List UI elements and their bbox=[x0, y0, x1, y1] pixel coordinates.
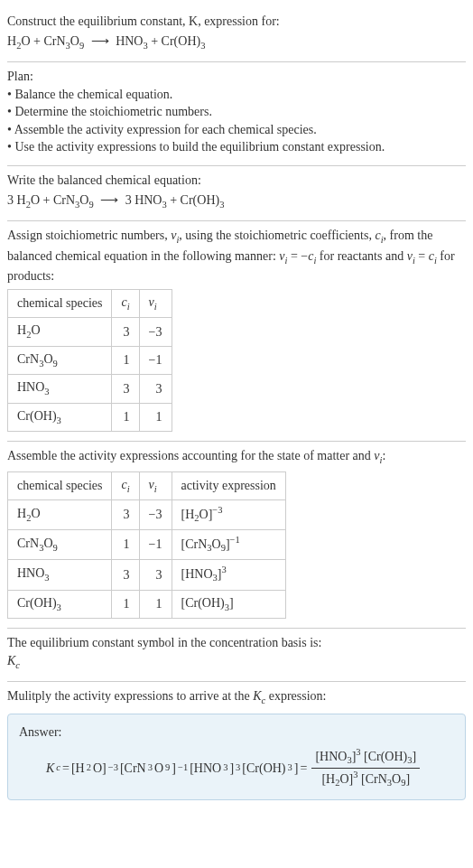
col-species: chemical species bbox=[8, 289, 112, 317]
unbalanced-equation: H2O + CrN3O9 ⟶ HNO3 + Cr(OH)3 bbox=[7, 33, 466, 52]
intro-section: Construct the equilibrium constant, K, e… bbox=[7, 7, 466, 62]
plan-title: Plan: bbox=[7, 68, 466, 86]
plan-section: Plan: • Balance the chemical equation. •… bbox=[7, 62, 466, 166]
fraction: [HNO3]3 [Cr(OH)3] [H2O]3 [CrN3O9] bbox=[311, 746, 420, 790]
kc-symbol: Kc bbox=[7, 652, 466, 672]
table-row: H2O 3 −3 bbox=[8, 318, 172, 346]
fraction-bottom: [H2O]3 [CrN3O9] bbox=[311, 769, 420, 790]
balanced-equation: 3 H2O + CrN3O9 ⟶ 3 HNO3 + Cr(OH)3 bbox=[7, 191, 466, 211]
stoich-section: Assign stoichiometric numbers, νi, using… bbox=[7, 221, 466, 442]
balanced-title: Write the balanced chemical equation: bbox=[7, 172, 466, 190]
table-row: Cr(OH)3 1 1 [Cr(OH)3] bbox=[8, 590, 286, 618]
kc-symbol-section: The equilibrium constant symbol in the c… bbox=[7, 629, 466, 682]
answer-label: Answer: bbox=[19, 723, 454, 742]
stoich-text: Assign stoichiometric numbers, νi, using… bbox=[7, 227, 466, 285]
plan-bullet: • Assemble the activity expression for e… bbox=[7, 121, 466, 139]
col-c: ci bbox=[112, 289, 139, 317]
activity-text: Assemble the activity expressions accoun… bbox=[7, 447, 466, 467]
activity-section: Assemble the activity expressions accoun… bbox=[7, 442, 466, 629]
table-row: HNO3 3 3 [HNO3]3 bbox=[8, 560, 286, 590]
table-row: CrN3O9 1 −1 bbox=[8, 346, 172, 374]
table-row: CrN3O9 1 −1 [CrN3O9]−1 bbox=[8, 530, 286, 560]
arrow-icon: ⟶ bbox=[88, 34, 113, 48]
intro-line1: Construct the equilibrium constant, K, e… bbox=[7, 14, 280, 28]
balanced-section: Write the balanced chemical equation: 3 … bbox=[7, 166, 466, 221]
answer-box: Answer: Kc = [H2O]−3 [CrN3O9]−1 [HNO3]3 … bbox=[7, 714, 466, 801]
activity-table: chemical species ci νi activity expressi… bbox=[7, 471, 286, 619]
intro-text: Construct the equilibrium constant, K, e… bbox=[7, 13, 466, 31]
table-row: HNO3 3 3 bbox=[8, 375, 172, 403]
plan-bullet: • Use the activity expressions to build … bbox=[7, 138, 466, 156]
answer-equation: Kc = [H2O]−3 [CrN3O9]−1 [HNO3]3 [Cr(OH)3… bbox=[19, 746, 454, 790]
multiply-text: Mulitply the activity expressions to arr… bbox=[7, 687, 466, 707]
plan-bullet: • Determine the stoichiometric numbers. bbox=[7, 103, 466, 121]
stoich-table: chemical species ci νi H2O 3 −3 CrN3O9 1… bbox=[7, 289, 172, 432]
col-nu: νi bbox=[139, 289, 172, 317]
kc-symbol-text: The equilibrium constant symbol in the c… bbox=[7, 634, 466, 652]
table-row: H2O 3 −3 [H2O]−3 bbox=[8, 500, 286, 530]
table-header-row: chemical species ci νi activity expressi… bbox=[8, 471, 286, 499]
table-row: Cr(OH)3 1 1 bbox=[8, 403, 172, 431]
answer-section: Mulitply the activity expressions to arr… bbox=[7, 682, 466, 809]
arrow-icon: ⟶ bbox=[97, 193, 122, 207]
table-header-row: chemical species ci νi bbox=[8, 289, 172, 317]
fraction-top: [HNO3]3 [Cr(OH)3] bbox=[311, 746, 420, 769]
plan-bullet: • Balance the chemical equation. bbox=[7, 86, 466, 104]
